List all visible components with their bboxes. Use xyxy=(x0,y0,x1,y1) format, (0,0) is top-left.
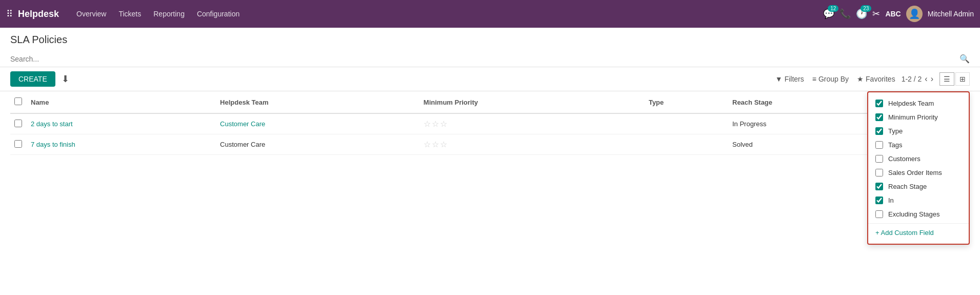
topnav-right: 💬 12 📞 🕐 23 ✂ ABC 👤 Mitchell Admin xyxy=(823,6,974,22)
brand-label[interactable]: Helpdesk xyxy=(18,9,59,19)
page-title: SLA Policies xyxy=(10,34,970,46)
row2-type xyxy=(645,134,728,155)
username-label[interactable]: Mitchell Admin xyxy=(928,10,974,18)
nav-overview[interactable]: Overview xyxy=(71,7,111,21)
toolbar-filters: ▼ Filters ≡ Group By ★ Favorites xyxy=(775,75,895,83)
dropdown-check-sales-order-items[interactable] xyxy=(875,169,883,176)
prev-page-button[interactable]: ‹ xyxy=(925,74,927,84)
scissors-icon: ✂ xyxy=(872,8,880,19)
phone-icon: 📞 xyxy=(839,8,851,19)
groupby-icon: ≡ xyxy=(812,75,816,83)
table-header-row: Name Helpdesk Team Minimum Priority Type… xyxy=(10,91,970,113)
pagination: 1-2 / 2 ‹ › xyxy=(902,74,933,84)
dropdown-item-min-priority[interactable]: Minimum Priority xyxy=(868,110,969,124)
column-dropdown-panel: Helpdesk Team Minimum Priority Type Tags… xyxy=(867,91,970,245)
dropdown-item-reach-stage[interactable]: Reach Stage xyxy=(868,180,969,193)
search-input[interactable] xyxy=(10,55,959,63)
activity-icon-btn[interactable]: 🕐 23 xyxy=(856,8,867,19)
activity-badge: 23 xyxy=(861,5,871,12)
phone-icon-btn[interactable]: 📞 xyxy=(839,8,851,19)
settings-icon-btn[interactable]: ✂ xyxy=(872,8,880,19)
col-helpdesk-team: Helpdesk Team xyxy=(216,91,419,113)
search-bar-row: 🔍 xyxy=(0,51,980,67)
topnav-links: Overview Tickets Reporting Configuration xyxy=(71,7,821,21)
avatar[interactable]: 👤 xyxy=(906,6,923,22)
row2-helpdesk-team: Customer Care xyxy=(216,134,419,155)
export-button[interactable]: ⬇ xyxy=(62,73,69,85)
search-wrap xyxy=(10,55,959,63)
nav-reporting[interactable]: Reporting xyxy=(148,7,190,21)
row2-checkbox[interactable] xyxy=(14,140,22,148)
dropdown-item-customers[interactable]: Customers xyxy=(868,152,969,166)
row2-stars: ☆☆☆ xyxy=(424,140,641,149)
row2-min-priority: ☆☆☆ xyxy=(419,134,645,155)
dropdown-check-tags[interactable] xyxy=(875,141,883,149)
dropdown-check-excluding-stages[interactable] xyxy=(875,210,883,218)
sla-table: Name Helpdesk Team Minimum Priority Type… xyxy=(10,91,970,155)
dropdown-item-tags[interactable]: Tags xyxy=(868,138,969,152)
create-button[interactable]: CREATE xyxy=(10,71,55,87)
dropdown-check-helpdesk-team[interactable] xyxy=(875,100,883,107)
row1-type xyxy=(645,113,728,134)
row1-check-cell xyxy=(10,113,27,134)
filters-button[interactable]: ▼ Filters xyxy=(775,75,804,83)
add-custom-field-btn[interactable]: + Add Custom Field xyxy=(868,226,969,240)
star-icon: ★ xyxy=(857,75,864,83)
toolbar: CREATE ⬇ ▼ Filters ≡ Group By ★ Favorite… xyxy=(0,67,980,91)
row1-stars: ☆☆☆ xyxy=(424,119,641,129)
dropdown-item-excluding-stages[interactable]: Excluding Stages xyxy=(868,207,969,221)
dropdown-item-type[interactable]: Type xyxy=(868,124,969,138)
next-page-button[interactable]: › xyxy=(931,74,933,84)
select-all-checkbox[interactable] xyxy=(14,97,22,105)
chat-icon-btn[interactable]: 💬 12 xyxy=(823,8,834,19)
nav-tickets[interactable]: Tickets xyxy=(113,7,146,21)
dropdown-check-type[interactable] xyxy=(875,127,883,135)
nav-configuration[interactable]: Configuration xyxy=(192,7,245,21)
table-row: 7 days to finish Customer Care ☆☆☆ Solve… xyxy=(10,134,970,155)
chat-badge: 12 xyxy=(828,5,838,12)
dropdown-item-in[interactable]: In xyxy=(868,193,969,207)
favorites-button[interactable]: ★ Favorites xyxy=(857,75,895,83)
topnav: ⠿ Helpdesk Overview Tickets Reporting Co… xyxy=(0,0,980,28)
dropdown-item-helpdesk-team[interactable]: Helpdesk Team xyxy=(868,96,969,110)
grid-view-button[interactable]: ⊞ xyxy=(955,72,970,86)
table-wrap: Name Helpdesk Team Minimum Priority Type… xyxy=(0,91,980,155)
filter-icon: ▼ xyxy=(775,75,783,83)
page: SLA Policies 🔍 CREATE ⬇ ▼ Filters ≡ Grou… xyxy=(0,28,980,295)
pagination-label: 1-2 / 2 xyxy=(902,75,922,83)
table-row: 2 days to start Customer Care ☆☆☆ In Pro… xyxy=(10,113,970,134)
col-min-priority: Minimum Priority xyxy=(419,91,645,113)
row2-check-cell xyxy=(10,134,27,155)
dropdown-item-sales-order-items[interactable]: Sales Order Items xyxy=(868,166,969,180)
select-all-th xyxy=(10,91,27,113)
row1-name[interactable]: 2 days to start xyxy=(27,113,216,134)
list-view-button[interactable]: ☰ xyxy=(939,72,954,86)
dropdown-check-min-priority[interactable] xyxy=(875,113,883,121)
page-header: SLA Policies xyxy=(0,28,980,46)
dropdown-check-customers[interactable] xyxy=(875,155,883,163)
col-type: Type xyxy=(645,91,728,113)
row2-name[interactable]: 7 days to finish xyxy=(27,134,216,155)
groupby-button[interactable]: ≡ Group By xyxy=(812,75,849,83)
dropdown-divider xyxy=(868,223,969,224)
grid-icon[interactable]: ⠿ xyxy=(6,8,13,19)
search-icon[interactable]: 🔍 xyxy=(959,54,970,64)
dropdown-check-reach-stage[interactable] xyxy=(875,183,883,190)
row1-helpdesk-team[interactable]: Customer Care xyxy=(216,113,419,134)
row1-checkbox[interactable] xyxy=(14,120,22,127)
abc-label[interactable]: ABC xyxy=(885,10,901,18)
col-name: Name xyxy=(27,91,216,113)
view-buttons: ☰ ⊞ xyxy=(939,72,970,86)
dropdown-check-in[interactable] xyxy=(875,196,883,204)
row1-min-priority: ☆☆☆ xyxy=(419,113,645,134)
